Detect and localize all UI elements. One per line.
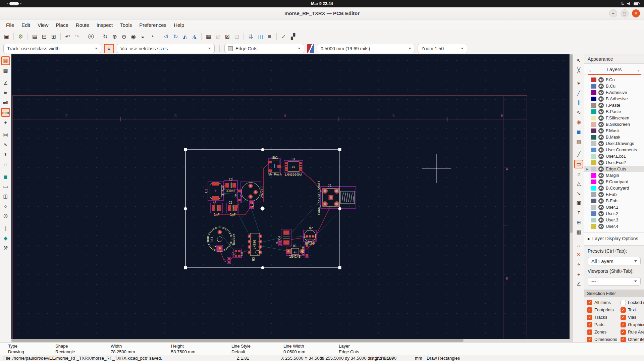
layer-row-f.silkscreen[interactable]: F.Silkscreen [584,115,644,121]
layer-color-swatch[interactable] [591,122,596,127]
visibility-eye-icon[interactable] [598,96,604,102]
layer-color-swatch[interactable] [591,116,596,120]
component-L1[interactable]: L14.7uH [204,181,225,201]
filter-locked-items[interactable]: Locked items [621,300,644,305]
checkbox-checked-icon[interactable]: ✓ [587,300,592,305]
checkbox-checked-icon[interactable]: ✓ [621,322,626,327]
group-icon[interactable]: ▦ [204,32,213,41]
cursor-style-icon[interactable]: + [1,118,10,126]
checkbox-checked-icon[interactable]: ✓ [621,337,626,342]
layer-row-user.1[interactable]: User.1 [584,204,644,210]
save-icon[interactable]: ▣ [2,32,11,41]
layer-color-swatch[interactable] [591,128,596,133]
layer-pair-icon[interactable] [307,44,314,53]
measure-icon[interactable]: ∠ [574,279,583,288]
menu-item-preferences[interactable]: Preferences [136,21,170,29]
layer-color-swatch[interactable] [591,173,596,178]
component-U1[interactable]: U1LMH6609MAU1 [284,157,303,176]
title-bar[interactable]: morse_RF_TXRX — PCB Editor –▢✕ [0,7,644,19]
local-ratsnest-icon[interactable]: ∴ [1,160,10,168]
find-icon[interactable]: Ⓐ [87,32,96,41]
layer-row-user.4[interactable]: User.4 [584,223,644,229]
layer-row-f.fab[interactable]: F.Fab [584,191,644,198]
add-dimension-icon[interactable]: ↔ [574,241,583,249]
filter-graphics[interactable]: ✓Graphics [621,322,644,327]
menu-item-view[interactable]: View [34,21,52,29]
layer-row-f.paste[interactable]: F.Paste [584,102,644,108]
layer-row-b.courtyard[interactable]: B.Courtyard [584,185,644,191]
filter-vias[interactable]: ✓Vias [621,315,644,320]
route-diffpair-icon[interactable]: ∥ [574,98,583,107]
component-J1[interactable]: J1Conn_Coaxial_Small [317,180,356,215]
checkbox-unchecked-icon[interactable] [621,300,626,305]
lock-icon[interactable]: ⊠ [223,32,232,41]
presets-dropdown[interactable]: All Layers [588,257,641,265]
component-C1[interactable]: C11nF [211,200,223,216]
ungroup-icon[interactable]: ▧ [213,32,222,41]
menu-item-inspect[interactable]: Inspect [93,21,116,29]
layer-row-edge.cuts[interactable]: ▶Edge.Cuts [584,166,644,172]
layer-row-f.courtyard[interactable]: F.Courtyard [584,178,644,185]
layer-row-user.drawings[interactable]: User.Drawings [584,140,644,147]
zone-fill-icon[interactable]: ◼ [1,172,10,181]
visibility-eye-icon[interactable] [598,192,604,197]
draw-rectangle-icon[interactable]: ▭ [574,160,583,168]
grid-toggle-icon[interactable]: ▦ [1,56,10,65]
layer-row-b.fab[interactable]: B.Fab [584,198,644,204]
layer-color-swatch[interactable] [591,186,596,191]
visibility-eye-icon[interactable] [598,154,604,159]
filter-zones[interactable]: ✓Zones [587,329,621,335]
layer-row-b.cu[interactable]: B.Cu [584,83,644,89]
filter-dimensions[interactable]: ✓Dimensions [587,337,621,342]
zoom-objects-icon[interactable]: ◒ [138,32,147,41]
add-table-icon[interactable]: ▦ [574,228,583,237]
layer-color-swatch[interactable] [591,224,596,229]
rotate-cw-icon[interactable]: ↻ [171,32,180,41]
checkbox-checked-icon[interactable]: ✓ [621,307,626,313]
route-track-icon[interactable]: ╱ [574,89,583,97]
visibility-eye-icon[interactable] [598,217,604,223]
layer-row-f.mask[interactable]: F.Mask [584,127,644,134]
component-SW1[interactable]: SW1SW_Push [268,156,282,176]
add-text-icon[interactable]: T [574,208,583,217]
draw-polygon-icon[interactable]: △ [574,179,583,188]
polar-coords-icon[interactable]: ∡ [1,79,10,88]
tab-next-icon[interactable]: › [635,67,641,73]
layer-row-user.eco1[interactable]: User.Eco1 [584,153,644,159]
component-R2[interactable]: 20000R [302,244,309,257]
draw-line-icon[interactable]: ╱ [574,150,583,159]
layer-color-swatch[interactable] [591,97,596,101]
vertical-scrollbar[interactable] [570,54,573,342]
grid-origin-icon[interactable]: + [574,270,583,278]
layer-color-swatch[interactable] [591,135,596,140]
delete-tool-icon[interactable]: ✕ [574,250,583,259]
pad-display-icon[interactable]: ▞ [288,32,298,41]
layer-row-user.comments[interactable]: User.Comments [584,147,644,153]
drill-origin-icon[interactable]: ⌖ [574,260,583,269]
board-setup-icon[interactable]: ⚙ [16,32,25,41]
refresh-icon[interactable]: ↻ [101,32,110,41]
highlight-net-icon[interactable]: ╳ [574,66,583,75]
layer-row-f.cu[interactable]: F.Cu [584,76,644,83]
drc-icon[interactable]: ✓ [279,32,288,41]
zone-fracture-icon[interactable]: ◫ [1,192,10,201]
visibility-eye-icon[interactable] [598,198,604,204]
ratsnest-toggle-icon[interactable]: ≡ [265,32,274,41]
select-arrow-icon[interactable]: ↖ [574,56,583,65]
layer-row-margin[interactable]: Margin [584,172,644,178]
menu-item-help[interactable]: Help [170,21,187,29]
visibility-eye-icon[interactable] [598,90,604,95]
add-via-icon[interactable]: ◉ [574,118,583,126]
system-clock[interactable]: Mar 9 22:44 [0,1,644,6]
menu-item-file[interactable]: File [3,21,17,29]
add-textbox-icon[interactable]: ⊞ [574,218,583,227]
filter-text[interactable]: ✓Text [621,307,644,313]
zoom-out-icon[interactable]: ⊖ [119,32,128,41]
units-mm-icon[interactable]: mm [1,108,10,117]
redo-icon[interactable]: ↷ [72,32,82,41]
vertical-scrollbar-thumb[interactable] [570,54,573,233]
visibility-eye-icon[interactable] [598,160,604,165]
tab-layers[interactable]: Layers [593,66,635,74]
layer-row-b.mask[interactable]: B.Mask [584,134,644,140]
visibility-eye-icon[interactable] [598,115,604,121]
